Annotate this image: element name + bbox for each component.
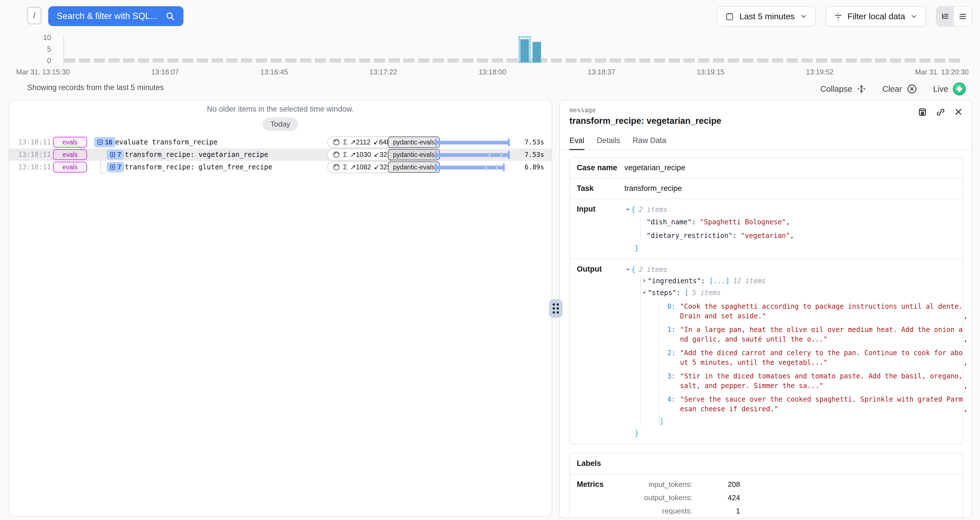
copy-link-icon[interactable] xyxy=(936,108,945,117)
comma: , xyxy=(790,231,794,239)
input-tokens-count: 2112 xyxy=(356,138,371,146)
eval-results-card: Labels Metrics input_tokens: 208 output_… xyxy=(570,453,963,518)
evals-tag-badge[interactable]: evals xyxy=(53,137,87,147)
clear-button[interactable]: Clear xyxy=(882,84,917,94)
clear-label: Clear xyxy=(882,84,902,94)
y-tick-10: 10 xyxy=(29,33,51,42)
step-text: "Add the diced carrot and celery to the … xyxy=(680,348,964,367)
evals-tag-badge[interactable]: evals xyxy=(53,149,87,160)
filter-label: Filter local data xyxy=(848,12,905,21)
empty-buckets-baseline xyxy=(64,58,963,63)
eval-summary-card: Case name vegetarian_recipe Task transfo… xyxy=(570,157,963,444)
sigma-icon: Σ xyxy=(343,163,347,171)
output-tokens-arrow-icon: ↙ xyxy=(374,151,379,159)
coin-icon xyxy=(332,138,340,146)
input-tokens-arrow-icon: ↗ xyxy=(350,151,356,159)
tab-raw-data[interactable]: Raw Data xyxy=(633,136,667,149)
evals-tag-badge[interactable]: evals xyxy=(53,162,87,173)
metric-key: output_tokens: xyxy=(624,493,692,502)
step-text: "Serve the sauce over the cooked spaghet… xyxy=(680,395,964,414)
chevron-down-icon xyxy=(910,13,918,20)
tab-details[interactable]: Details xyxy=(597,136,620,149)
array-index: 0: xyxy=(660,302,675,321)
detail-panel-title: transform_recipe: vegetarian_recipe xyxy=(570,116,963,126)
collapse-button[interactable]: Collapse xyxy=(820,84,867,94)
search-button[interactable]: Search & filter with SQL... xyxy=(48,6,183,26)
trace-row-gluten-free-recipe[interactable]: 13:18:11 evals 7 transform_recipe: glute… xyxy=(9,161,552,173)
close-brace: } xyxy=(635,244,639,252)
x-tick: 13:19:52 xyxy=(806,68,834,76)
json-key-steps: "steps": xyxy=(648,288,681,298)
metrics-table: input_tokens: 208 output_tokens: 424 req… xyxy=(624,480,740,515)
sigma-icon: Σ xyxy=(343,151,347,159)
output-json-tree: { 2 items "ingredients": [...] 12 items xyxy=(624,265,967,438)
expand-children-toggle[interactable]: 7 xyxy=(107,149,124,160)
x-tick: Mar 31. 13:20:30 xyxy=(915,68,969,76)
array-index: 1: xyxy=(660,325,675,344)
step-item-2: 2: "Add the diced carrot and celery to t… xyxy=(660,348,967,367)
tab-eval[interactable]: Eval xyxy=(570,136,584,150)
row-timestamp: 13:18:11 xyxy=(18,151,51,159)
pydantic-evals-tag[interactable]: pydantic-evals xyxy=(388,162,440,173)
metric-key: input_tokens: xyxy=(624,480,692,489)
today-pill[interactable]: Today xyxy=(262,117,298,131)
json-key: "dish_name": xyxy=(646,218,695,226)
timeline-histogram[interactable]: 10 5 0 Mar 31. 13:15:30 13:16:07 13:16:4… xyxy=(0,33,980,79)
duration-bar xyxy=(435,163,505,171)
x-tick: Mar 31. 13:15:30 xyxy=(16,68,70,76)
collapse-children-toggle[interactable]: 16 xyxy=(94,137,115,147)
panel-resize-handle[interactable] xyxy=(549,299,563,318)
row-timestamp: 13:18:11 xyxy=(18,163,51,171)
time-range-dropdown[interactable]: Last 5 minutes xyxy=(717,6,816,27)
comma: , xyxy=(964,381,967,390)
trace-rows: 13:18:11 evals 16 evaluate transform_rec… xyxy=(9,136,552,173)
task-value: transform_recipe xyxy=(624,184,682,193)
collapse-chevron-icon[interactable] xyxy=(624,267,631,272)
status-row: Showing records from the last 5 minutes … xyxy=(0,81,980,97)
no-older-items-text: No older items in the selected time wind… xyxy=(9,105,552,114)
filter-icon xyxy=(834,12,842,21)
output-label: Output xyxy=(577,265,624,438)
live-toggle[interactable]: Live xyxy=(933,82,966,95)
pydantic-evals-tag[interactable]: pydantic-evals xyxy=(388,149,440,160)
json-key-ingredients: "ingredients": xyxy=(648,276,705,286)
pydantic-evals-tag[interactable]: pydantic-evals xyxy=(388,136,440,148)
evals-tag-label: evals xyxy=(62,151,78,159)
filter-local-data-dropdown[interactable]: Filter local data xyxy=(826,6,926,27)
plus-box-icon xyxy=(110,152,116,158)
histogram-bar-1[interactable] xyxy=(520,40,529,63)
collapse-chevron-icon[interactable] xyxy=(624,207,631,212)
token-metrics-chip[interactable]: Σ ↗1030 ↙323 xyxy=(327,149,396,160)
metric-value: 1 xyxy=(700,507,740,515)
comma: , xyxy=(964,404,967,414)
input-tokens-count: 1030 xyxy=(356,151,371,159)
collapse-chevron-icon[interactable] xyxy=(641,290,648,295)
y-tick-5: 5 xyxy=(29,45,51,53)
close-bracket: ] xyxy=(660,417,663,425)
input-label: Input xyxy=(577,205,624,253)
close-icon[interactable] xyxy=(954,108,963,117)
step-text: "Stir in the diced tomatoes and tomato p… xyxy=(680,371,964,390)
task-label: Task xyxy=(577,184,624,193)
tree-view-toggle[interactable] xyxy=(936,7,954,26)
step-text: "Cook the spaghetti according to package… xyxy=(680,302,964,321)
expand-chevron-icon[interactable] xyxy=(641,278,648,283)
histogram-bar-2[interactable] xyxy=(533,42,541,63)
metric-value: 208 xyxy=(700,480,740,489)
collapsed-array[interactable]: [...] xyxy=(709,276,730,286)
list-view-toggle[interactable] xyxy=(954,7,972,26)
collapse-vertical-icon xyxy=(857,84,866,94)
items-note: 2 items xyxy=(639,265,667,274)
trace-row-vegetarian-recipe[interactable]: 13:18:11 evals 7 transform_recipe: veget… xyxy=(9,148,552,161)
archive-check-icon[interactable] xyxy=(918,108,927,117)
slash-key-label: / xyxy=(33,11,35,21)
array-index: 4: xyxy=(660,395,675,414)
token-metrics-chip[interactable]: Σ ↗2112 ↙648 xyxy=(327,136,396,148)
trace-row-evaluate-transform-recipe[interactable]: 13:18:11 evals 16 evaluate transform_rec… xyxy=(9,136,552,148)
step-item-3: 3: "Stir in the diced tomatoes and tomat… xyxy=(660,371,967,390)
duration-text: 7.53s xyxy=(525,138,544,146)
detail-tabs: Eval Details Raw Data xyxy=(560,136,972,150)
expand-children-toggle[interactable]: 7 xyxy=(107,162,124,172)
child-count: 7 xyxy=(118,163,121,171)
token-metrics-chip[interactable]: Σ ↗1082 ↙325 xyxy=(327,161,396,173)
